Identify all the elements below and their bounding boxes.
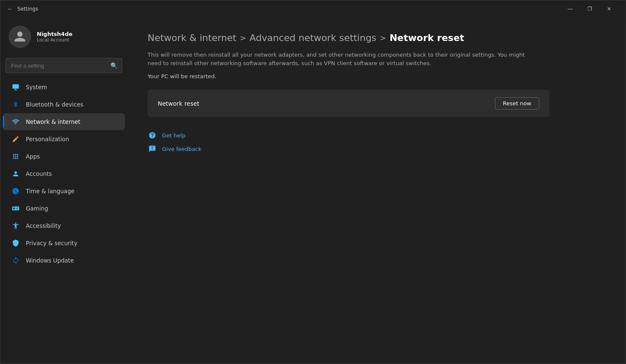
sidebar-item-system[interactable]: System [3, 79, 125, 96]
breadcrumb: Network & internet > Advanced network se… [148, 33, 605, 43]
breadcrumb-advanced[interactable]: Advanced network settings [250, 33, 376, 43]
user-avatar-icon [14, 30, 26, 43]
content-area: Nightsh4de Local Account 🔍 System [0, 17, 626, 364]
gaming-icon [11, 204, 20, 213]
sidebar-item-label-system: System [26, 84, 47, 90]
sidebar-item-apps[interactable]: Apps [3, 148, 125, 165]
titlebar-left: ← Settings [7, 4, 38, 14]
breadcrumb-network[interactable]: Network & internet [148, 33, 236, 43]
time-icon [11, 187, 20, 195]
get-help-label: Get help [162, 132, 185, 139]
user-profile[interactable]: Nightsh4de Local Account [0, 17, 127, 56]
svg-rect-0 [13, 84, 19, 89]
sidebar-item-label-accessibility: Accessibility [26, 222, 61, 229]
sidebar: Nightsh4de Local Account 🔍 System [0, 17, 127, 364]
get-help-link[interactable]: Get help [148, 131, 185, 140]
sidebar-item-label-personalization: Personalization [26, 136, 69, 142]
personalization-icon [11, 135, 20, 143]
bluetooth-icon [11, 100, 20, 109]
search-input[interactable] [11, 63, 117, 69]
page-title: Network reset [390, 33, 464, 43]
main-content: Network & internet > Advanced network se… [127, 17, 626, 364]
settings-window: ← Settings — ❐ ✕ Nightsh4de Local Accoun… [0, 0, 626, 364]
reset-card: Network reset Reset now [148, 90, 549, 117]
search-box: 🔍 [5, 58, 122, 73]
search-icon: 🔍 [110, 62, 118, 69]
titlebar: ← Settings — ❐ ✕ [0, 0, 626, 17]
privacy-icon [11, 239, 20, 247]
give-feedback-icon [148, 144, 157, 153]
sidebar-item-label-update: Windows Update [26, 257, 74, 264]
breadcrumb-sep-1: > [240, 33, 246, 42]
sidebar-item-accounts[interactable]: Accounts [3, 165, 125, 182]
sidebar-item-label-time: Time & language [26, 188, 74, 194]
sidebar-item-update[interactable]: Windows Update [3, 252, 125, 269]
help-links: Get help Give feedback [148, 131, 605, 153]
sidebar-item-time[interactable]: Time & language [3, 183, 125, 200]
accessibility-icon [11, 222, 20, 230]
sidebar-item-privacy[interactable]: Privacy & security [3, 235, 125, 252]
search-container: 🔍 [0, 56, 127, 78]
user-type: Local Account [37, 37, 72, 43]
back-button[interactable]: ← [7, 4, 13, 14]
sidebar-item-network[interactable]: Network & internet [3, 113, 125, 130]
close-button[interactable]: ✕ [599, 2, 619, 16]
titlebar-controls: — ❐ ✕ [560, 2, 619, 16]
sidebar-item-label-gaming: Gaming [26, 205, 48, 212]
get-help-icon [148, 131, 157, 140]
sidebar-item-personalization[interactable]: Personalization [3, 131, 125, 148]
sidebar-item-label-accounts: Accounts [26, 170, 52, 177]
username: Nightsh4de [37, 31, 72, 37]
minimize-button[interactable]: — [560, 2, 580, 16]
restart-notice: Your PC will be restarted. [148, 73, 605, 79]
give-feedback-link[interactable]: Give feedback [148, 144, 201, 153]
sidebar-item-gaming[interactable]: Gaming [3, 200, 125, 217]
sidebar-item-label-network: Network & internet [26, 118, 80, 125]
sidebar-item-bluetooth[interactable]: Bluetooth & devices [3, 96, 125, 113]
avatar [9, 26, 31, 48]
network-icon [11, 118, 20, 126]
reset-card-label: Network reset [158, 100, 199, 107]
system-icon [11, 83, 20, 91]
user-info: Nightsh4de Local Account [37, 31, 72, 43]
give-feedback-label: Give feedback [162, 146, 201, 152]
accounts-icon [11, 170, 20, 178]
reset-now-button[interactable]: Reset now [495, 97, 539, 109]
maximize-button[interactable]: ❐ [580, 2, 599, 16]
page-description: This will remove then reinstall all your… [148, 51, 528, 67]
sidebar-nav: System Bluetooth & devices Network & int… [0, 78, 127, 269]
titlebar-title: Settings [17, 6, 38, 12]
apps-icon [11, 152, 20, 161]
sidebar-item-label-apps: Apps [26, 153, 40, 160]
breadcrumb-sep-2: > [380, 33, 386, 42]
sidebar-item-label-bluetooth: Bluetooth & devices [26, 101, 83, 108]
sidebar-item-accessibility[interactable]: Accessibility [3, 217, 125, 234]
update-icon [11, 256, 20, 265]
sidebar-item-label-privacy: Privacy & security [26, 240, 77, 246]
